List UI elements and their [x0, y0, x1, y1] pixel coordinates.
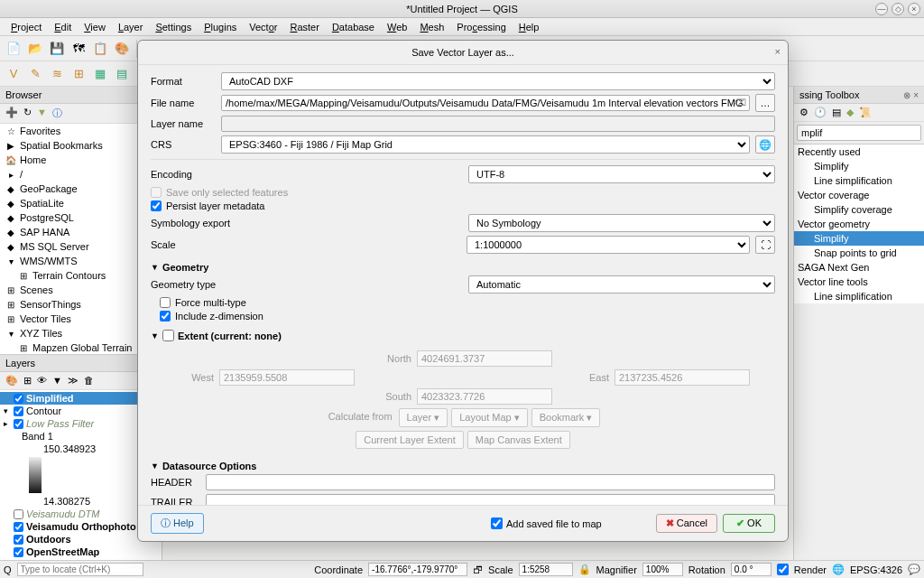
- calc-from-label: Calculate from: [326, 408, 395, 427]
- format-label: Format: [151, 76, 216, 87]
- symbology-select[interactable]: No Symbology: [468, 214, 775, 232]
- geometry-section-head[interactable]: ▼Geometry: [151, 259, 775, 275]
- south-label: South: [374, 391, 411, 402]
- west-label: West: [176, 372, 214, 383]
- header-opt-input[interactable]: [206, 474, 775, 490]
- browse-file-button[interactable]: …: [755, 94, 775, 112]
- calc-layoutmap-button: Layout Map ▾: [451, 408, 528, 427]
- filename-label: File name: [151, 98, 216, 108]
- trailer-opt-input[interactable]: [206, 494, 775, 505]
- west-input: [219, 369, 355, 386]
- symbology-label: Symbology export: [151, 218, 463, 228]
- ok-button[interactable]: ✔ OK: [723, 514, 775, 533]
- south-input: [417, 388, 552, 405]
- east-input: [614, 369, 750, 386]
- crs-label: CRS: [151, 139, 216, 150]
- map-canvas-extent-button: Map Canvas Extent: [467, 431, 570, 449]
- header-opt-label: HEADER: [151, 477, 200, 488]
- scale-picker-button[interactable]: ⛶: [755, 236, 775, 254]
- datasource-section-head[interactable]: ▼Datasource Options: [151, 458, 775, 474]
- calc-layer-button: Layer ▾: [399, 408, 448, 427]
- include-z-check[interactable]: Include z-dimension: [160, 311, 775, 322]
- dialog-scale-select[interactable]: 1:1000000: [467, 236, 750, 254]
- format-select[interactable]: AutoCAD DXF: [221, 72, 775, 90]
- calc-bookmark-button: Bookmark ▾: [531, 408, 601, 427]
- save-selected-check: Save only selected features: [151, 187, 775, 198]
- geomtype-select[interactable]: Automatic: [468, 275, 775, 294]
- crs-select[interactable]: EPSG:3460 - Fiji 1986 / Fiji Map Grid: [221, 135, 750, 154]
- layername-input: [221, 116, 775, 132]
- force-multi-check[interactable]: Force multi-type: [160, 297, 775, 308]
- cancel-button[interactable]: ✖ Cancel: [656, 514, 717, 533]
- geomtype-label: Geometry type: [151, 279, 463, 290]
- trailer-opt-label: TRAILER: [151, 497, 200, 505]
- add-to-map-label: Add saved file to map: [506, 518, 602, 529]
- save-vector-dialog: Save Vector Layer as... × Format AutoCAD…: [137, 40, 789, 542]
- extent-enable-check[interactable]: [162, 330, 174, 341]
- east-label: East: [571, 372, 609, 383]
- persist-metadata-check[interactable]: Persist layer metadata: [151, 200, 775, 211]
- help-button[interactable]: ⓘ Help: [151, 513, 204, 534]
- dialog-close-icon[interactable]: ×: [775, 46, 781, 57]
- filename-input[interactable]: [221, 95, 750, 111]
- current-layer-extent-button: Current Layer Extent: [356, 431, 464, 449]
- crs-picker-button[interactable]: 🌐: [755, 135, 775, 154]
- north-label: North: [374, 353, 411, 364]
- dialog-scale-label: Scale: [151, 239, 461, 250]
- north-input: [417, 350, 552, 367]
- add-to-map-check[interactable]: [491, 517, 503, 529]
- encoding-label: Encoding: [151, 169, 463, 180]
- clear-filename-icon[interactable]: ⌫: [734, 98, 746, 107]
- dialog-titlebar: Save Vector Layer as... ×: [138, 41, 788, 65]
- encoding-select[interactable]: UTF-8: [468, 165, 775, 183]
- dialog-title: Save Vector Layer as...: [411, 47, 514, 58]
- layername-label: Layer name: [151, 118, 216, 129]
- extent-section-head[interactable]: ▼ Extent (current: none): [151, 327, 775, 344]
